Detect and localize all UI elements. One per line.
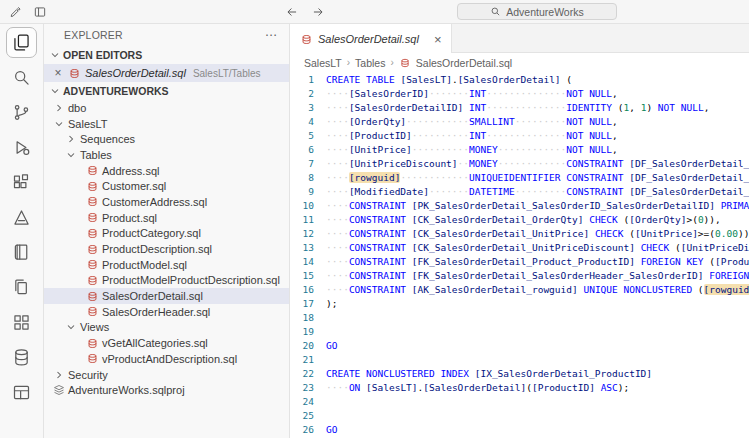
- code-editor[interactable]: 1234567891011121314151617181920212223242…: [290, 72, 749, 438]
- tree-item-saleslt[interactable]: SalesLT: [44, 116, 289, 132]
- code-line[interactable]: ····[rowguid]············UNIQUEIDENTIFIE…: [326, 171, 749, 185]
- line-number[interactable]: 8: [290, 171, 314, 185]
- notebooks-icon[interactable]: [6, 237, 37, 268]
- line-number[interactable]: 18: [290, 311, 314, 325]
- open-editor-item[interactable]: ×SalesOrderDetail.sqlSalesLT/Tables: [44, 64, 289, 82]
- tree-item-vproductanddescription-sql[interactable]: vProductAndDescription.sql: [44, 351, 289, 367]
- table-designer-icon[interactable]: [6, 377, 37, 408]
- code-line[interactable]: ····[ProductID]··········INT············…: [326, 129, 749, 143]
- code-line[interactable]: ····[UnitPrice]··········MONEY··········…: [326, 143, 749, 157]
- line-number[interactable]: 21: [290, 353, 314, 367]
- breadcrumb-item[interactable]: Tables: [355, 57, 385, 69]
- tree-item-customer-sql[interactable]: Customer.sql: [44, 178, 289, 194]
- code-line[interactable]: ····[SalesOrderID]·······INT············…: [326, 87, 749, 101]
- line-number[interactable]: 19: [290, 325, 314, 339]
- code-line[interactable]: ····CONSTRAINT [CK_SalesOrderDetail_Orde…: [326, 213, 749, 227]
- code-line[interactable]: ····[ModifiedDate]·······DATETIME·······…: [326, 185, 749, 199]
- schema-compare-icon[interactable]: [6, 307, 37, 338]
- tree-item-adventureworks-sqlproj[interactable]: AdventureWorks.sqlproj: [44, 382, 289, 398]
- more-actions-icon[interactable]: ⋯: [265, 28, 277, 42]
- tree-item-salesorderdetail-sql[interactable]: SalesOrderDetail.sql: [44, 288, 289, 304]
- back-arrow-icon[interactable]: [285, 5, 299, 19]
- line-number[interactable]: 7: [290, 157, 314, 171]
- forward-arrow-icon[interactable]: [311, 5, 325, 19]
- close-editor-icon[interactable]: ×: [52, 66, 64, 80]
- source-control-icon[interactable]: [6, 97, 37, 128]
- workspace-header[interactable]: ADVENTUREWORKS: [44, 82, 289, 100]
- line-number[interactable]: 15: [290, 269, 314, 283]
- code-line[interactable]: ····CONSTRAINT [CK_SalesOrderDetail_Unit…: [326, 227, 749, 241]
- code-line[interactable]: ····CONSTRAINT [AK_SalesOrderDetail_rowg…: [326, 283, 749, 297]
- tree-item-salesorderheader-sql[interactable]: SalesOrderHeader.sql: [44, 304, 289, 320]
- query-history-icon[interactable]: [6, 272, 37, 303]
- code-line[interactable]: ····CONSTRAINT [FK_SalesOrderDetail_Prod…: [326, 255, 749, 269]
- code-line[interactable]: ····ON [SalesLT].[SalesOrderDetail]([Pro…: [326, 381, 749, 395]
- code-line[interactable]: GO: [326, 339, 749, 353]
- line-number[interactable]: 17: [290, 297, 314, 311]
- code-line[interactable]: );: [326, 297, 749, 311]
- line-number[interactable]: 13: [290, 241, 314, 255]
- close-tab-icon[interactable]: ×: [432, 32, 444, 47]
- tree-item-tables[interactable]: Tables: [44, 147, 289, 163]
- line-number[interactable]: 11: [290, 213, 314, 227]
- tree-item-security[interactable]: Security: [44, 367, 289, 383]
- extensions-icon[interactable]: [6, 167, 37, 198]
- line-number[interactable]: 14: [290, 255, 314, 269]
- chevron-right-icon: ›: [390, 57, 393, 68]
- line-number[interactable]: 20: [290, 339, 314, 353]
- tree-item-sequences[interactable]: Sequences: [44, 131, 289, 147]
- line-number[interactable]: 10: [290, 199, 314, 213]
- tree-item-dbo[interactable]: dbo: [44, 100, 289, 116]
- tree-item-productmodel-sql[interactable]: ProductModel.sql: [44, 257, 289, 273]
- code-line[interactable]: ····[SalesOrderDetailID] INT············…: [326, 101, 749, 115]
- explorer-icon[interactable]: [6, 27, 37, 58]
- code-line[interactable]: CREATE TABLE [SalesLT].[SalesOrderDetail…: [326, 73, 749, 87]
- line-number[interactable]: 1: [290, 73, 314, 87]
- line-number[interactable]: 24: [290, 395, 314, 409]
- tree-item-customeraddress-sql[interactable]: CustomerAddress.sql: [44, 194, 289, 210]
- edit-icon[interactable]: [9, 5, 23, 19]
- breadcrumb-item[interactable]: SalesLT: [304, 57, 342, 69]
- code-line[interactable]: GO: [326, 423, 749, 437]
- tree-item-productmodelproductdescription-sql[interactable]: ProductModelProductDescription.sql: [44, 273, 289, 289]
- line-number[interactable]: 4: [290, 115, 314, 129]
- code-line[interactable]: [326, 353, 749, 367]
- code-line[interactable]: [326, 395, 749, 409]
- code-line[interactable]: CREATE NONCLUSTERED INDEX [IX_SalesOrder…: [326, 367, 749, 381]
- line-number[interactable]: 23: [290, 381, 314, 395]
- layout-icon[interactable]: [33, 5, 47, 19]
- search-icon[interactable]: [6, 62, 37, 93]
- line-number[interactable]: 12: [290, 227, 314, 241]
- line-number[interactable]: 3: [290, 101, 314, 115]
- command-center-search[interactable]: AdventureWorks: [457, 3, 617, 20]
- run-debug-icon[interactable]: [6, 132, 37, 163]
- code-line[interactable]: [326, 311, 749, 325]
- tree-item-vgetallcategories-sql[interactable]: vGetAllCategories.sql: [44, 335, 289, 351]
- mssql-icon[interactable]: [6, 202, 37, 233]
- tree-item-label: Customer.sql: [102, 180, 166, 192]
- code-line[interactable]: [326, 409, 749, 423]
- tree-item-views[interactable]: Views: [44, 320, 289, 336]
- line-number[interactable]: 9: [290, 185, 314, 199]
- tree-item-product-sql[interactable]: Product.sql: [44, 210, 289, 226]
- line-number[interactable]: 25: [290, 409, 314, 423]
- line-number[interactable]: 26: [290, 423, 314, 437]
- code-line[interactable]: ····[OrderQty]···········SMALLINT·······…: [326, 115, 749, 129]
- code-line[interactable]: ····CONSTRAINT [CK_SalesOrderDetail_Unit…: [326, 241, 749, 255]
- tree-item-address-sql[interactable]: Address.sql: [44, 163, 289, 179]
- tree-item-productdescription-sql[interactable]: ProductDescription.sql: [44, 241, 289, 257]
- line-number[interactable]: 5: [290, 129, 314, 143]
- tab-salesorderdetail-sql[interactable]: SalesOrderDetail.sql ×: [290, 24, 452, 54]
- line-number[interactable]: 22: [290, 367, 314, 381]
- code-line[interactable]: [326, 325, 749, 339]
- code-line[interactable]: ····CONSTRAINT [PK_SalesOrderDetail_Sale…: [326, 199, 749, 213]
- code-line[interactable]: ····CONSTRAINT [FK_SalesOrderDetail_Sale…: [326, 269, 749, 283]
- line-number[interactable]: 2: [290, 87, 314, 101]
- code-line[interactable]: ····[UnitPriceDiscount]··MONEY··········…: [326, 157, 749, 171]
- line-number[interactable]: 6: [290, 143, 314, 157]
- line-number[interactable]: 16: [290, 283, 314, 297]
- tree-item-productcategory-sql[interactable]: ProductCategory.sql: [44, 226, 289, 242]
- database-projects-icon[interactable]: [6, 342, 37, 373]
- breadcrumb-item[interactable]: SalesOrderDetail.sql: [399, 57, 512, 69]
- open-editors-header[interactable]: OPEN EDITORS: [44, 46, 289, 64]
